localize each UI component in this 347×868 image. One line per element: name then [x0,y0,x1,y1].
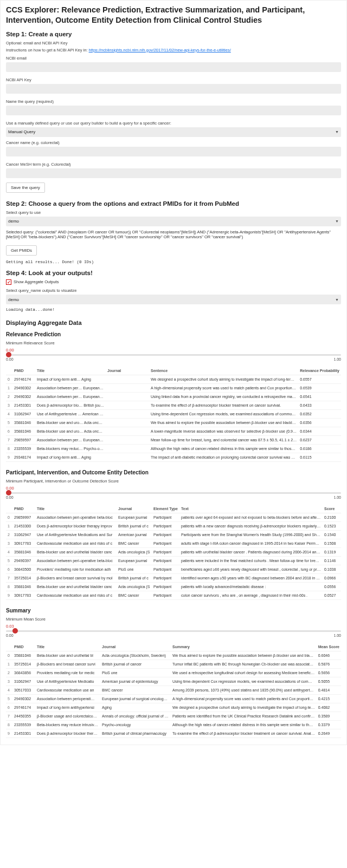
table-row: 823355539Beta-blockers may reduc… Psycho… [6,445,341,453]
table-cell: Acta oncologica (S [117,583,152,591]
table-cell: A high-dimensional propensity score was … [171,695,317,703]
cancer-mesh-input[interactable] [6,168,341,178]
relevance-slider-label: Minimum Relevance Score [6,341,341,345]
table-row: 121453300Does β-adrenoceptor blocker the… [6,522,341,531]
table-cell [106,393,149,401]
table-cell [106,453,149,462]
column-header: Score [323,505,341,513]
show-aggregate-checkbox[interactable]: ✓ [6,279,11,285]
table-cell: Association between peri-operative beta-… [35,557,117,565]
ncbi-api-input[interactable] [6,84,341,94]
table-cell: Psycho-oncology [100,721,171,729]
table-cell: 0.6115 [298,453,341,462]
table-cell: 0.3589 [317,712,341,721]
table-cell: patients with a new cancer diagnosis rec… [179,522,323,531]
table-cell: 0 [6,513,12,522]
table-cell: Beta-blockers may reduc… Psycho-oncology [35,445,106,453]
table-cell: 35881046 [12,583,35,591]
table-cell: 4 [6,410,12,419]
summary-heading: Summary [6,608,341,614]
table-cell: BMC cancer [100,686,171,695]
table-cell: β-Blockers and breast cancer survival by… [35,574,117,583]
table-cell: We thus aimed to explore the possible as… [171,651,317,660]
table-cell: 6 [6,565,12,574]
table-cell: 30917783 [12,539,35,548]
table-cell: 36843500 [12,565,35,574]
table-cell: 29490397 [12,557,35,565]
relevance-slider[interactable]: 0.00 0.00 1.00 [6,348,341,361]
table-cell: 30517033 [12,686,35,695]
table-cell: 2 [6,669,12,677]
pio-slider[interactable]: 0.00 0.00 1.00 [6,486,341,499]
cancer-mesh-label: Cancer MeSH term (e.g. Colorectal) [6,162,341,167]
loading-status: Loading data...done! [6,308,341,312]
cancer-name-label: Cancer name (e.g. colorectal) [6,140,341,145]
table-cell: Although the high rates of cancer-relate… [149,445,298,453]
table-cell: 0.5876 [317,660,341,669]
table-cell: 9 [6,729,12,738]
chevron-down-icon: ▼ [335,219,339,223]
table-cell: 0.1319 [323,548,341,557]
api-key-link[interactable]: https://ncbiinsights.ncbi.nlm.nih.gov/20… [89,48,231,53]
column-header: Element Type [152,505,179,513]
table-cell: 0.6539 [298,384,341,393]
ncbi-email-input[interactable] [6,62,341,72]
chevron-down-icon: ▼ [335,298,339,302]
cancer-name-input[interactable] [6,147,341,156]
table-cell: 1 [6,522,12,531]
table-cell: A lower-magnitude inverse association wa… [149,427,298,436]
table-cell: Participant [152,522,179,531]
table-cell: Association between perioperati… [35,695,100,703]
select-query-dropdown[interactable]: demo ▼ [6,217,341,226]
table-cell: 2 [6,393,12,401]
table-cell: Cardiovascular medication use and risks … [35,539,117,548]
table-cell: Participant [152,565,179,574]
table-cell: 23355539 [12,445,35,453]
table-row: 231062947Use of Antihypertensive Medicat… [6,531,341,539]
save-query-button[interactable]: Save the query [6,182,45,193]
table-cell: adults with stage I-IIIA colon cancer di… [179,539,323,548]
table-cell: 1 [6,384,12,393]
ncbi-api-label: NCBI API Key [6,77,341,82]
table-row: 724450355β-Blocker usage and colorectalc… [6,712,341,721]
table-cell: 8 [6,583,12,591]
table-cell: Aging [100,703,171,712]
step2-heading: Step 2: Choose a query from the options … [6,200,341,207]
table-cell: 29746174 [12,703,35,712]
output-select-dropdown[interactable]: demo ▼ [6,295,341,304]
query-name-input[interactable] [6,106,341,115]
summary-slider[interactable]: 0.03 0.00 1.00 [6,624,341,637]
column-header: PMID [12,505,35,513]
table-cell: 0.6046 [317,651,341,660]
table-cell: 29746174 [12,375,35,384]
table-cell: Providers' mediating role for medication… [35,565,117,574]
column-header [6,643,12,651]
get-pmids-button[interactable]: Get PMIDs [6,245,37,256]
table-row: 629746174Impact of long-term antihyperte… [6,703,341,712]
manual-query-select[interactable]: Manual Query ▼ [6,127,341,137]
table-cell: Impact of long-term anti… Aging [35,453,106,462]
table-row: 029746174Impact of long-term anti… Aging… [6,375,341,384]
pmid-status-line: Getting all results... Done! (0 IDs) [6,260,341,264]
table-cell: To examine the effect of β-adrenoceptor … [149,401,298,410]
table-cell: Does β-adrenoceptor blocker therapy impr… [35,522,117,531]
table-cell [106,427,149,436]
table-cell: Tumor inflat BC patients with BC through… [171,660,317,669]
table-cell: beneficiaries aged ≥66 years newly diagn… [179,565,323,574]
table-cell: 31062947 [12,410,35,419]
table-cell: 5 [6,695,12,703]
table-row: 535881046Beta-blocker use and uro… Acta … [6,419,341,427]
table-row: 529490302Association between perioperati… [6,695,341,703]
table-cell: Participant [152,574,179,583]
table-cell [106,410,149,419]
table-cell: 0.6557 [298,375,341,384]
table-cell: 23355539 [12,721,35,729]
table-cell: 0.2100 [323,513,341,522]
table-cell [106,445,149,453]
table-cell: The impact of anti-diabetic medication o… [149,453,298,462]
output-select-label: Select query_name outputs to visualize [6,288,341,293]
table-cell: European journal [117,557,152,565]
table-cell: Beta-blocker use and urothelial bladder … [35,548,117,557]
table-cell: Using time-dependent Cox regression mode… [171,677,317,686]
table-cell: 29859997 [12,513,35,522]
